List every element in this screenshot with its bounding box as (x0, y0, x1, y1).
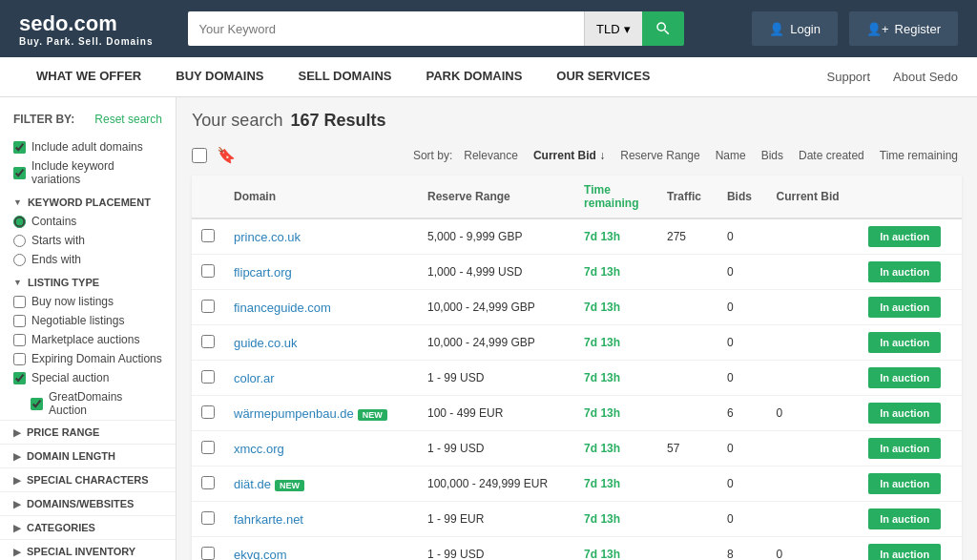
domain-link[interactable]: guide.co.uk (234, 336, 298, 350)
include-adult-input[interactable] (13, 141, 26, 154)
col-bids[interactable]: Bids (717, 176, 767, 218)
in-auction-button[interactable]: In auction (868, 297, 941, 318)
categories-section[interactable]: ▶ CATEGORIES (0, 515, 176, 539)
new-badge: NEW (358, 409, 387, 421)
results-area: Your search 167 Results 🔖 Sort by: Relev… (177, 97, 977, 560)
in-auction-button[interactable]: In auction (868, 508, 941, 529)
row-checkbox[interactable] (201, 229, 215, 242)
action-cell: In auction (859, 290, 962, 325)
top-bar: sedo.com Buy. Park. Sell. Domains TLD ▾ … (0, 0, 977, 57)
special-auction-input[interactable] (13, 372, 26, 384)
row-checkbox[interactable] (201, 511, 215, 525)
row-checkbox[interactable] (201, 370, 215, 384)
in-auction-button[interactable]: In auction (868, 261, 941, 282)
sort-reserve-range[interactable]: Reserve Range (616, 147, 703, 164)
domain-table: Domain Reserve Range Timeremaining Traff… (192, 176, 962, 560)
row-checkbox[interactable] (201, 264, 215, 278)
greatdomains-input[interactable] (31, 398, 43, 410)
in-auction-button[interactable]: In auction (868, 367, 941, 388)
domain-link[interactable]: fahrkarte.net (234, 512, 303, 527)
listing-type-section[interactable]: ▼ LISTING TYPE (0, 269, 176, 292)
domain-link[interactable]: wärmepumpenbau.de (234, 406, 354, 421)
in-auction-button[interactable]: In auction (868, 473, 941, 494)
domain-length-section[interactable]: ▶ DOMAIN LENGTH (0, 444, 176, 467)
register-button[interactable]: 👤+ Register (849, 11, 958, 46)
domain-link[interactable]: color.ar (234, 371, 275, 385)
bookmark-icon[interactable]: 🔖 (217, 146, 236, 164)
login-button[interactable]: 👤 Login (752, 11, 838, 46)
domains-websites-section[interactable]: ▶ DOMAINS/WEBSITES (0, 491, 176, 515)
bid-cell (767, 467, 860, 502)
col-reserve[interactable]: Reserve Range (418, 176, 574, 218)
domain-link[interactable]: xmcc.org (234, 442, 284, 456)
domain-link[interactable]: financeguide.com (234, 301, 331, 315)
domain-link[interactable]: flipcart.org (234, 265, 292, 280)
nav-our-services[interactable]: OUR SERVICES (539, 57, 667, 97)
bid-cell (767, 290, 860, 325)
bid-cell (767, 255, 860, 290)
sort-date-created[interactable]: Date created (795, 147, 868, 164)
row-checkbox-cell (192, 325, 224, 361)
row-checkbox[interactable] (201, 547, 215, 560)
sort-current-bid[interactable]: Current Bid ↓ (530, 147, 609, 164)
in-auction-button[interactable]: In auction (868, 332, 941, 353)
nav-what-we-offer[interactable]: WHAT WE OFFER (19, 57, 158, 97)
special-chars-section[interactable]: ▶ SPECIAL CHARACTERS (0, 467, 176, 491)
action-cell: In auction (859, 537, 962, 561)
ends-with-input[interactable] (13, 254, 26, 266)
time-remaining: 7d 13h (584, 301, 620, 314)
domain-link[interactable]: ekvq.com (234, 548, 287, 561)
nav-sell-domains[interactable]: SELL DOMAINS (281, 57, 408, 97)
marketplace-input[interactable] (13, 334, 26, 346)
col-time[interactable]: Timeremaining (574, 176, 657, 218)
table-header-row: Domain Reserve Range Timeremaining Traff… (192, 176, 962, 218)
action-cell: In auction (859, 325, 962, 361)
listing-type-arrow: ▼ (13, 278, 22, 287)
price-range-section[interactable]: ▶ PRICE RANGE (0, 420, 176, 444)
action-cell: In auction (859, 396, 962, 431)
domain-link[interactable]: prince.co.uk (234, 230, 301, 244)
nav-about-sedo[interactable]: About Sedo (893, 70, 958, 84)
sort-name[interactable]: Name (712, 147, 750, 164)
time-cell: 7d 13h (574, 325, 657, 361)
sort-bids[interactable]: Bids (758, 147, 787, 164)
action-cell: In auction (859, 502, 962, 537)
bids-cell: 0 (717, 255, 767, 290)
keyword-placement-section[interactable]: ▼ KEYWORD PLACEMENT (0, 189, 176, 212)
bid-cell (767, 431, 860, 467)
starts-with-input[interactable] (13, 235, 26, 247)
search-button[interactable] (642, 11, 684, 46)
row-checkbox[interactable] (201, 300, 215, 313)
contains-input[interactable] (13, 216, 26, 228)
search-input[interactable] (188, 11, 584, 46)
special-inventory-section[interactable]: ▶ SPECIAL INVENTORY (0, 539, 176, 560)
row-checkbox[interactable] (201, 405, 215, 419)
sort-relevance[interactable]: Relevance (460, 147, 522, 164)
row-checkbox-cell (192, 361, 224, 396)
col-domain[interactable]: Domain (224, 176, 418, 218)
nav-buy-domains[interactable]: BUY DOMAINS (158, 57, 281, 97)
time-remaining: 7d 13h (584, 512, 620, 526)
domain-link[interactable]: diät.de (234, 477, 271, 491)
col-bid[interactable]: Current Bid (767, 176, 860, 218)
select-all-checkbox[interactable] (192, 148, 207, 163)
bids-cell: 0 (717, 290, 767, 325)
nav-support[interactable]: Support (827, 70, 871, 84)
tld-button[interactable]: TLD ▾ (584, 11, 642, 46)
row-checkbox[interactable] (201, 335, 215, 348)
in-auction-button[interactable]: In auction (868, 226, 941, 247)
buy-now-input[interactable] (13, 296, 26, 308)
sort-time-remaining[interactable]: Time remaining (876, 147, 962, 164)
in-auction-button[interactable]: In auction (868, 438, 941, 459)
in-auction-button[interactable]: In auction (868, 403, 941, 424)
expiring-input[interactable] (13, 353, 26, 365)
negotiable-input[interactable] (13, 315, 26, 327)
nav-park-domains[interactable]: PARK DOMAINS (408, 57, 539, 97)
row-checkbox[interactable] (201, 476, 215, 489)
in-auction-button[interactable]: In auction (868, 544, 941, 560)
results-title: Your search (192, 111, 282, 131)
reset-search-link[interactable]: Reset search (94, 113, 162, 126)
include-keyword-input[interactable] (13, 167, 26, 179)
col-traffic[interactable]: Traffic (657, 176, 717, 218)
row-checkbox[interactable] (201, 441, 215, 454)
